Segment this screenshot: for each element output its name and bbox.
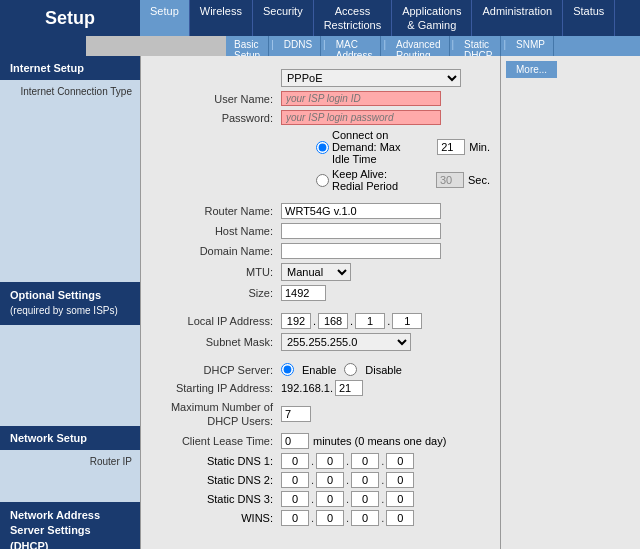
subnav-mac-clone[interactable]: MAC Address Clone [328,36,382,56]
size-row: Size: [151,285,490,301]
dns1-octet4[interactable] [386,453,414,469]
subnet-mask-label: Subnet Mask: [151,336,281,348]
host-name-input[interactable] [281,223,441,239]
more-button[interactable]: More... [506,61,557,78]
sidebar-section-internet: Internet Setup [0,56,140,80]
content-area: PPPoE User Name: Password: Connect on De… [140,56,500,549]
tab-wireless[interactable]: Wireless [190,0,253,36]
domain-name-input[interactable] [281,243,441,259]
dns2-octet4[interactable] [386,472,414,488]
local-ip-row: Local IP Address: . . . [151,313,490,329]
static-dns1-row: Static DNS 1: . . . [151,453,490,469]
router-name-input[interactable] [281,203,441,219]
dhcp-enable-radio[interactable] [281,363,294,376]
domain-name-row: Domain Name: [151,243,490,259]
connect-demand-radio[interactable] [316,141,329,154]
wins-fields: . . . [281,510,414,526]
more-panel: More... [500,56,640,549]
starting-ip-input[interactable] [335,380,363,396]
dhcp-disable-radio[interactable] [344,363,357,376]
dns2-octet2[interactable] [316,472,344,488]
wins-row: WINS: . . . [151,510,490,526]
starting-ip-row: Starting IP Address: 192.168.1. [151,380,490,396]
wins-octet4[interactable] [386,510,414,526]
dns3-octet4[interactable] [386,491,414,507]
static-dns3-row: Static DNS 3: . . . [151,491,490,507]
idle-time-input[interactable] [437,139,465,155]
mtu-row: MTU: Manual Auto [151,263,490,281]
dns1-octet2[interactable] [316,453,344,469]
client-lease-row: Client Lease Time: minutes (0 means one … [151,433,490,449]
local-ip-label: Local IP Address: [151,315,281,327]
tab-applications-gaming[interactable]: Applications& Gaming [392,0,472,36]
tab-setup[interactable]: Setup [140,0,190,36]
keep-alive-label: Keep Alive: Redial Period [332,168,417,192]
local-ip-octet-4[interactable] [392,313,422,329]
password-label: Password: [151,112,281,124]
dns1-octet3[interactable] [351,453,379,469]
dns2-octet1[interactable] [281,472,309,488]
subnav-advanced-routing[interactable]: Advanced Routing [388,36,449,56]
starting-ip-label: Starting IP Address: [151,382,281,394]
username-label: User Name: [151,93,281,105]
local-ip-octet-3[interactable] [355,313,385,329]
static-dns2-row: Static DNS 2: . . . [151,472,490,488]
local-ip-octet-1[interactable] [281,313,311,329]
wins-octet1[interactable] [281,510,309,526]
router-name-label: Router Name: [151,205,281,217]
dns3-octet3[interactable] [351,491,379,507]
redial-input[interactable] [436,172,464,188]
sidebar-section-dhcp: Network AddressServer Settings (DHCP) [0,502,140,549]
dns1-octet1[interactable] [281,453,309,469]
dhcp-toggle: Enable Disable [281,363,402,376]
dns2-octet3[interactable] [351,472,379,488]
mtu-select[interactable]: Manual Auto [281,263,351,281]
connect-demand-row: Connect on Demand: Max Idle Time Min. [151,129,490,165]
max-dhcp-input[interactable] [281,406,311,422]
subnav-snmp[interactable]: SNMP [508,36,554,56]
password-input[interactable] [281,110,441,125]
wins-octet2[interactable] [316,510,344,526]
dhcp-server-label: DHCP Server: [151,364,281,376]
tab-administration[interactable]: Administration [472,0,563,36]
header: Setup Setup Wireless Security AccessRest… [0,0,640,56]
sidebar-section-optional: Optional Settings(required by some ISPs) [0,282,140,325]
tab-access-restrictions[interactable]: AccessRestrictions [314,0,392,36]
username-row: User Name: [151,91,490,106]
wins-octet3[interactable] [351,510,379,526]
subnav-basic-setup[interactable]: Basic Setup [226,36,269,56]
sidebar-label-router-ip: Router IP [0,451,140,472]
keep-alive-radio[interactable] [316,174,329,187]
static-dns2-label: Static DNS 2: [151,474,281,486]
dhcp-server-row: DHCP Server: Enable Disable [151,363,490,376]
main-layout: Internet Setup Internet Connection Type … [0,56,640,549]
client-lease-unit: minutes (0 means one day) [313,435,446,447]
connection-type-select[interactable]: PPPoE [281,69,461,87]
static-dns1-fields: . . . [281,453,414,469]
wins-label: WINS: [151,512,281,524]
sidebar-label-connection-type: Internet Connection Type [0,81,140,102]
client-lease-input[interactable] [281,433,309,449]
tab-security[interactable]: Security [253,0,314,36]
local-ip-octet-2[interactable] [318,313,348,329]
username-input[interactable] [281,91,441,106]
client-lease-label: Client Lease Time: [151,435,281,447]
redial-unit: Sec. [468,174,490,186]
sidebar-section-network: Network Setup [0,426,140,450]
size-input[interactable] [281,285,326,301]
password-row: Password: [151,110,490,125]
dhcp-enable-label: Enable [302,364,336,376]
subnet-mask-row: Subnet Mask: 255.255.255.0 255.255.0.0 2… [151,333,490,351]
sidebar: Internet Setup Internet Connection Type … [0,56,140,549]
subnav-static-dhcp[interactable]: Static DHCP [456,36,501,56]
subnet-mask-select[interactable]: 255.255.255.0 255.255.0.0 255.0.0.0 [281,333,411,351]
dns3-octet1[interactable] [281,491,309,507]
idle-time-unit: Min. [469,141,490,153]
subnav-ddns[interactable]: DDNS [276,36,321,56]
tab-status[interactable]: Status [563,0,615,36]
static-dns3-fields: . . . [281,491,414,507]
dns3-octet2[interactable] [316,491,344,507]
static-dns1-label: Static DNS 1: [151,455,281,467]
local-ip-group: . . . [281,313,422,329]
size-label: Size: [151,287,281,299]
